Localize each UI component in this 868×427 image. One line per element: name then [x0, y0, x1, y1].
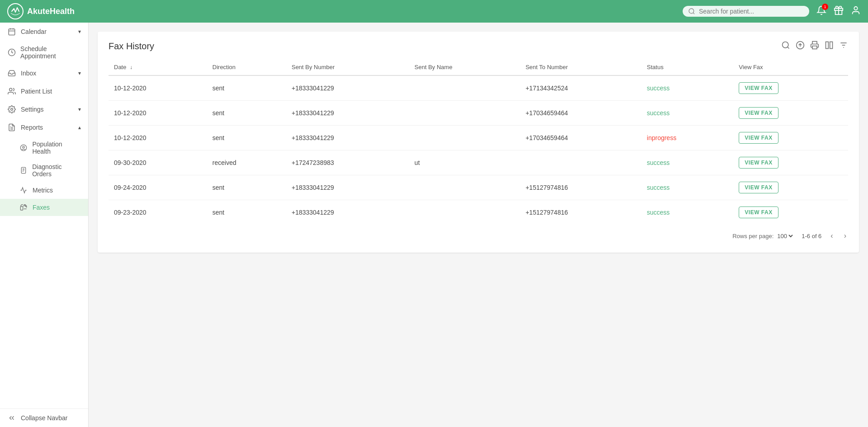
fax-history-card: Fax History	[98, 32, 859, 253]
cell-status: success	[642, 75, 734, 101]
view-fax-button[interactable]: VIEW FAX	[739, 157, 778, 169]
sidebar-item-diagnostic-orders[interactable]: Diagnostic Orders	[0, 159, 88, 182]
cell-sent-by-number: +18333041229	[286, 75, 409, 101]
view-fax-button[interactable]: VIEW FAX	[739, 107, 778, 119]
upload-action-icon[interactable]	[796, 41, 805, 52]
search-bar[interactable]	[683, 6, 809, 17]
sidebar-item-inbox[interactable]: Inbox ▾	[0, 64, 88, 82]
sidebar-item-population-health[interactable]: Population Health	[0, 136, 88, 159]
collapse-navbar-button[interactable]: Collapse Navbar	[0, 409, 88, 427]
cell-view-fax[interactable]: VIEW FAX	[733, 75, 848, 101]
print-action-icon[interactable]	[810, 41, 819, 52]
pagination-next-button[interactable]: ›	[842, 230, 848, 242]
card-header: Fax History	[108, 41, 848, 52]
cell-view-fax[interactable]: VIEW FAX	[733, 126, 848, 150]
pagination-prev-button[interactable]: ‹	[829, 230, 835, 242]
sidebar-label-faxes: Faxes	[33, 204, 50, 211]
cell-sent-to-number: +17034659464	[520, 126, 641, 150]
sidebar-item-faxes[interactable]: Faxes	[0, 199, 88, 216]
sidebar-item-settings[interactable]: Settings ▾	[0, 100, 88, 118]
cell-direction: sent	[207, 126, 286, 150]
rows-per-page-control[interactable]: Rows per page: 100 50 25	[732, 232, 794, 240]
svg-point-11	[9, 88, 12, 91]
search-action-icon[interactable]	[781, 41, 790, 52]
reports-icon	[7, 123, 16, 132]
cell-date: 09-24-2020	[108, 175, 207, 200]
cell-sent-by-number: +18333041229	[286, 200, 409, 225]
app-name: AkuteHealth	[27, 7, 75, 16]
schedule-icon	[7, 48, 16, 57]
table-row: 10-12-2020 sent +18333041229 +1703465946…	[108, 126, 848, 150]
cell-direction: sent	[207, 75, 286, 101]
svg-point-1	[689, 9, 694, 14]
table-body: 10-12-2020 sent +18333041229 +1713434252…	[108, 75, 848, 225]
cell-view-fax[interactable]: VIEW FAX	[733, 150, 848, 175]
cell-view-fax[interactable]: VIEW FAX	[733, 101, 848, 126]
sidebar-item-reports[interactable]: Reports ▴	[0, 118, 88, 136]
col-date[interactable]: Date ↓	[108, 59, 207, 75]
filter-action-icon[interactable]	[839, 41, 848, 52]
cell-sent-to-number: +17134342524	[520, 75, 641, 101]
cell-date: 09-30-2020	[108, 150, 207, 175]
view-fax-button[interactable]: VIEW FAX	[739, 182, 778, 193]
sidebar: Calendar ▾ Schedule Appointment Inbox ▾ …	[0, 23, 89, 427]
gift-button[interactable]	[834, 5, 844, 18]
sidebar-item-metrics[interactable]: Metrics	[0, 182, 88, 199]
cell-sent-by-name	[409, 175, 520, 200]
chevron-up-icon: ▴	[78, 124, 81, 131]
col-direction: Direction	[207, 59, 286, 75]
cell-view-fax[interactable]: VIEW FAX	[733, 200, 848, 225]
sidebar-item-calendar[interactable]: Calendar ▾	[0, 23, 88, 41]
svg-rect-26	[826, 42, 829, 49]
cell-sent-by-number: +18333041229	[286, 126, 409, 150]
cell-direction: sent	[207, 101, 286, 126]
table-row: 09-30-2020 received +17247238983 ut succ…	[108, 150, 848, 175]
cell-sent-to-number: +15127974816	[520, 200, 641, 225]
cell-view-fax[interactable]: VIEW FAX	[733, 175, 848, 200]
cell-sent-by-number: +18333041229	[286, 175, 409, 200]
chevron-down-icon: ▾	[78, 106, 81, 113]
col-view-fax: View Fax	[733, 59, 848, 75]
cell-date: 10-12-2020	[108, 75, 207, 101]
sidebar-item-patient-list[interactable]: Patient List	[0, 82, 88, 100]
view-fax-button[interactable]: VIEW FAX	[739, 132, 778, 144]
view-fax-button[interactable]: VIEW FAX	[739, 82, 778, 94]
account-button[interactable]	[851, 5, 861, 18]
table-row: 09-23-2020 sent +18333041229 +1512797481…	[108, 200, 848, 225]
sidebar-label-calendar: Calendar	[21, 28, 47, 35]
inbox-icon	[7, 69, 16, 78]
table-header: Date ↓ Direction Sent By Number Sent By …	[108, 59, 848, 75]
sidebar-label-inbox: Inbox	[21, 70, 36, 77]
svg-line-2	[693, 13, 694, 14]
cell-status: success	[642, 150, 734, 175]
sidebar-label-schedule: Schedule Appointment	[20, 45, 81, 60]
notification-badge: 1	[822, 4, 828, 10]
table-row: 09-24-2020 sent +18333041229 +1512797481…	[108, 175, 848, 200]
col-date-label: Date	[114, 64, 126, 70]
cell-sent-by-number: +17247238983	[286, 150, 409, 175]
sidebar-bottom: Collapse Navbar	[0, 408, 88, 427]
rows-per-page-select[interactable]: 100 50 25	[775, 232, 794, 240]
columns-action-icon[interactable]	[825, 41, 834, 52]
search-input[interactable]	[699, 8, 798, 15]
cell-sent-by-name	[409, 200, 520, 225]
col-sent-by-name: Sent By Name	[409, 59, 520, 75]
cell-direction: received	[207, 150, 286, 175]
cell-sent-by-name	[409, 126, 520, 150]
svg-rect-21	[20, 206, 23, 210]
chevron-down-icon: ▾	[78, 70, 81, 76]
sidebar-item-schedule-appointment[interactable]: Schedule Appointment	[0, 41, 88, 64]
patient-icon	[7, 87, 16, 96]
collapse-navbar-label: Collapse Navbar	[21, 414, 68, 422]
cell-direction: sent	[207, 175, 286, 200]
notification-button[interactable]: 1	[816, 5, 826, 18]
rows-per-page-label: Rows per page:	[732, 233, 774, 239]
cell-sent-to-number	[520, 150, 641, 175]
pagination-range: 1-6 of 6	[802, 233, 821, 239]
cell-sent-by-number: +18333041229	[286, 101, 409, 126]
topnav-icon-group: 1	[816, 5, 861, 18]
settings-icon	[7, 105, 16, 114]
metrics-icon	[19, 186, 28, 195]
svg-line-23	[788, 47, 789, 49]
view-fax-button[interactable]: VIEW FAX	[739, 206, 778, 218]
